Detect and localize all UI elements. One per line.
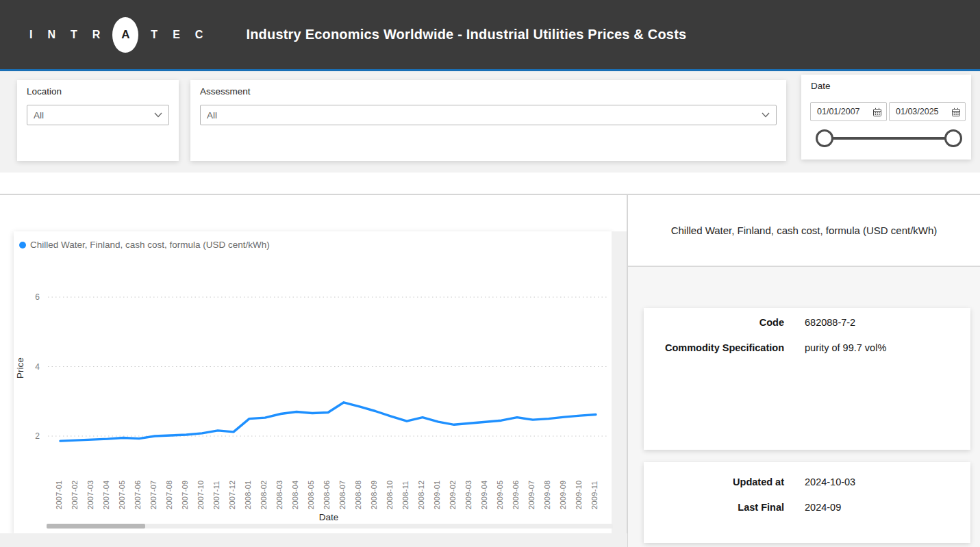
meta-row: Updated at 2024-10-03 xyxy=(644,476,970,487)
logo-a-ellipse-icon: A xyxy=(112,17,138,53)
calendar-icon[interactable] xyxy=(951,107,961,117)
app-header: I N T R A T E C Industry Economics World… xyxy=(0,0,980,69)
x-axis-title: Date xyxy=(301,512,356,522)
x-axis-tick-label: 2009-11 xyxy=(590,470,601,509)
x-axis-tick-label: 2007-07 xyxy=(149,470,160,509)
y-axis-title: Price xyxy=(15,357,25,379)
x-axis-tick-label: 2007-08 xyxy=(165,470,176,509)
date-slider-handle-start[interactable] xyxy=(816,129,833,147)
x-axis-tick-label: 2008-03 xyxy=(275,470,286,509)
logo-letter: T xyxy=(71,29,77,41)
meta-label: Updated at xyxy=(644,476,784,487)
meta-value: 2024-09 xyxy=(805,502,970,513)
x-axis-tick-label: 2007-05 xyxy=(118,470,129,509)
logo-letter: T xyxy=(151,29,158,41)
x-axis-tick-label: 2009-01 xyxy=(433,470,444,509)
spec-row: Commodity Specification purity of 99.7 v… xyxy=(644,342,970,353)
detail-title-card: Chilled Water, Finland, cash cost, formu… xyxy=(628,195,980,266)
x-axis-tick-label: 2007-10 xyxy=(197,470,208,509)
location-filter-card: Location All xyxy=(17,80,179,161)
x-axis-tick-label: 2008-10 xyxy=(386,470,397,509)
meta-row: Last Final 2024-09 xyxy=(644,502,970,513)
x-axis-tick-label: 2007-12 xyxy=(228,470,239,509)
location-dropdown[interactable]: All xyxy=(27,105,169,125)
x-axis-tick-label: 2009-04 xyxy=(480,470,491,509)
dashboard-page: I N T R A T E C Industry Economics World… xyxy=(0,0,980,547)
date-filter-label: Date xyxy=(811,81,831,91)
x-axis-tick-label: 2008-12 xyxy=(417,470,428,509)
chevron-down-icon xyxy=(154,112,162,118)
x-axis-tick-label: 2007-09 xyxy=(181,470,192,509)
x-axis-tick-label: 2009-08 xyxy=(543,470,554,509)
spec-card: Code 682088-7-2 Commodity Specification … xyxy=(644,308,970,450)
x-axis-tick-label: 2007-06 xyxy=(134,470,145,509)
x-axis-tick-label: 2009-02 xyxy=(449,470,460,509)
meta-label: Last Final xyxy=(644,502,784,513)
x-axis-tick-label: 2008-06 xyxy=(323,470,334,509)
meta-rows: Updated at 2024-10-03 Last Final 2024-09 xyxy=(644,462,970,513)
x-axis-tick-label: 2008-11 xyxy=(401,470,412,509)
chevron-down-icon xyxy=(762,112,770,118)
x-axis-tick-label: 2008-04 xyxy=(291,470,302,509)
x-axis-tick-label: 2008-07 xyxy=(338,470,349,509)
chart-scrollbar-track[interactable] xyxy=(47,524,613,529)
logo-letter: C xyxy=(195,29,203,41)
x-axis-tick-label: 2008-05 xyxy=(307,470,318,509)
x-axis-tick-label: 2009-10 xyxy=(575,470,586,509)
date-start-field[interactable] xyxy=(810,102,887,121)
date-slider-track[interactable] xyxy=(825,137,953,140)
spec-label: Commodity Specification xyxy=(644,342,784,353)
spec-row: Code 682088-7-2 xyxy=(644,317,970,328)
x-axis-tick-label: 2009-03 xyxy=(464,470,475,509)
location-filter-label: Location xyxy=(27,86,62,97)
logo-letter: N xyxy=(47,29,55,41)
x-axis-tick-label: 2007-02 xyxy=(71,470,81,509)
x-axis-tick-label: 2008-08 xyxy=(354,470,365,509)
logo-letter: R xyxy=(92,29,101,41)
date-slider-handle-end[interactable] xyxy=(944,129,962,147)
logo-letter: I xyxy=(29,29,32,41)
price-line-series[interactable] xyxy=(60,403,596,441)
assessment-filter-label: Assessment xyxy=(200,86,251,97)
date-end-input[interactable] xyxy=(890,107,946,116)
meta-value: 2024-10-03 xyxy=(805,476,970,487)
date-start-input[interactable] xyxy=(811,107,867,116)
date-end-field[interactable] xyxy=(889,102,966,121)
y-axis-tick-label: 6 xyxy=(23,292,40,302)
chart-scrollbar-thumb[interactable] xyxy=(47,524,145,529)
date-filter-card: Date xyxy=(801,75,971,160)
x-axis-tick-label: 2008-09 xyxy=(370,470,381,509)
spec-value: purity of 99.7 vol% xyxy=(805,342,970,353)
spec-rows: Code 682088-7-2 Commodity Specification … xyxy=(644,308,970,353)
spec-label: Code xyxy=(644,317,784,328)
assessment-dropdown[interactable]: All xyxy=(200,105,777,125)
intratec-logo: I N T R A T E C xyxy=(22,17,210,53)
assessment-filter-card: Assessment All xyxy=(190,80,786,161)
x-axis-tick-label: 2008-02 xyxy=(260,470,271,509)
x-axis-tick-label: 2007-03 xyxy=(86,470,97,509)
location-dropdown-value: All xyxy=(34,110,44,120)
x-axis-tick-label: 2007-11 xyxy=(212,470,223,509)
assessment-dropdown-value: All xyxy=(207,110,217,120)
x-axis-tick-label: 2007-04 xyxy=(102,470,113,509)
calendar-icon[interactable] xyxy=(872,107,882,117)
x-axis-tick-label: 2008-01 xyxy=(244,470,255,509)
x-axis-tick-label: 2007-01 xyxy=(55,470,66,509)
spec-value: 682088-7-2 xyxy=(805,317,970,328)
x-axis-tick-label: 2009-09 xyxy=(559,470,570,509)
logo-letter: E xyxy=(173,29,180,41)
x-axis-tick-label: 2009-05 xyxy=(496,470,507,509)
detail-title: Chilled Water, Finland, cash cost, formu… xyxy=(671,225,938,236)
x-axis-tick-label: 2009-06 xyxy=(512,470,523,509)
y-axis-tick-label: 2 xyxy=(23,431,40,441)
y-axis-tick-label: 4 xyxy=(23,362,40,372)
date-range-inputs xyxy=(810,102,966,121)
meta-card: Updated at 2024-10-03 Last Final 2024-09 xyxy=(644,462,970,543)
x-axis-tick-label: 2009-07 xyxy=(527,470,538,509)
page-title: Industry Economics Worldwide - Industria… xyxy=(246,27,686,42)
